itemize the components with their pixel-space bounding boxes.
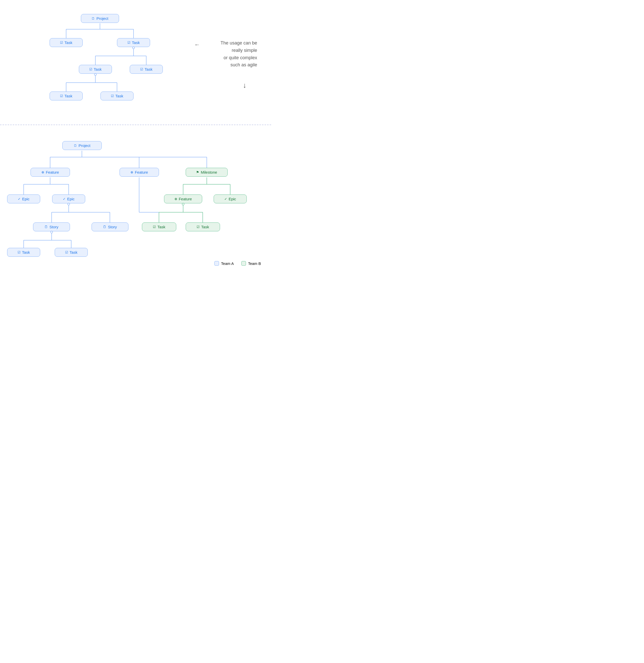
- task-label-6: Task: [115, 94, 124, 98]
- story-b-node: 🗒 Story: [92, 223, 129, 231]
- task-label-5: Task: [65, 94, 72, 98]
- task-label-3: Task: [94, 67, 102, 71]
- task-node-6: ☑ Task: [101, 92, 134, 100]
- project-label-2: Project: [79, 143, 91, 148]
- task-node-2: ☑ Task: [117, 38, 150, 47]
- legend: Team A Team B: [215, 261, 261, 266]
- feature-b-node: ⊕ Feature: [119, 168, 159, 177]
- svg-point-4: [133, 47, 135, 49]
- legend-team-b: Team B: [241, 261, 261, 266]
- task-label-4: Task: [145, 67, 153, 71]
- epic-a-node: ✓ Epic: [7, 195, 40, 203]
- project-label-1: Project: [96, 16, 108, 21]
- comment-line2: really simple: [221, 47, 257, 54]
- task-label-2: Task: [132, 40, 140, 45]
- feature-a-node: ⊕ Feature: [30, 168, 70, 177]
- milestone-label: Milestone: [201, 170, 217, 175]
- svg-point-39: [51, 231, 53, 233]
- comment-line1: The usage can be: [221, 39, 257, 47]
- legend-team-a-label: Team A: [221, 261, 234, 266]
- project-node-1: 🗋 Project: [81, 14, 119, 23]
- epic-c-label: Epic: [229, 197, 236, 201]
- task-c-node: ☑ Task: [142, 223, 176, 231]
- task-d-node: ☑ Task: [186, 223, 220, 231]
- svg-point-23: [68, 203, 70, 205]
- comment-line4: such as agile: [221, 61, 257, 69]
- task-node-1: ☑ Task: [50, 38, 83, 47]
- section-divider: [0, 124, 271, 125]
- task-label-1: Task: [65, 40, 72, 45]
- task-node-3: ☑ Task: [79, 65, 112, 74]
- legend-team-a: Team A: [215, 261, 234, 266]
- story-a-label: Story: [49, 225, 58, 229]
- story-b-label: Story: [108, 225, 117, 229]
- task-node-4: ☑ Task: [130, 65, 163, 74]
- feature-c-node: ⊕ Feature: [164, 195, 202, 203]
- task-f-label: Task: [70, 250, 77, 254]
- comment-text: The usage can be really simple or quite …: [221, 39, 257, 69]
- legend-box-green: [241, 261, 246, 266]
- arrow-down-icon: ↓: [243, 81, 246, 90]
- task-node-5: ☑ Task: [50, 92, 83, 100]
- project-node-2: 🗋 Project: [62, 141, 102, 150]
- task-e-node: ☑ Task: [7, 248, 40, 257]
- epic-b-node: ✓ Epic: [52, 195, 85, 203]
- legend-team-b-label: Team B: [248, 261, 261, 266]
- feature-b-label: Feature: [135, 170, 148, 175]
- svg-point-9: [94, 73, 96, 75]
- epic-c-node: ✓ Epic: [214, 195, 247, 203]
- legend-box-blue: [215, 261, 219, 266]
- project-icon-1: 🗋: [92, 17, 95, 20]
- task-d-label: Task: [201, 225, 209, 229]
- svg-point-34: [182, 203, 184, 205]
- story-a-node: 🗒 Story: [33, 223, 70, 231]
- task-e-label: Task: [22, 250, 30, 254]
- task-c-label: Task: [157, 225, 165, 229]
- comment-line3: or quite complex: [221, 54, 257, 62]
- task-f-node: ☑ Task: [55, 248, 88, 257]
- feature-c-label: Feature: [179, 197, 192, 201]
- feature-a-label: Feature: [46, 170, 59, 175]
- arrow-left-icon: ←: [194, 41, 200, 48]
- epic-b-label: Epic: [67, 197, 74, 201]
- milestone-node: ⚑ Milestone: [186, 168, 228, 177]
- epic-a-label: Epic: [22, 197, 29, 201]
